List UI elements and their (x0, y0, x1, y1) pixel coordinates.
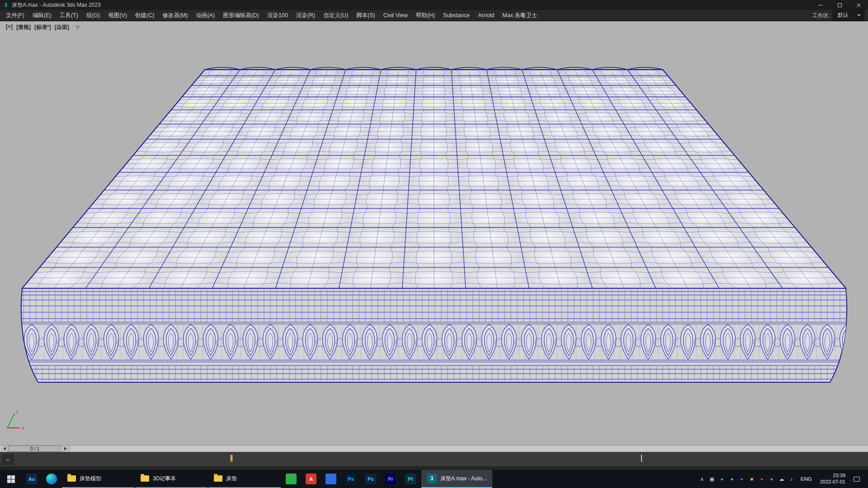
viewport-labels: [+] [透视] [标准*] [边面] (5, 23, 71, 31)
action-center-icon (854, 477, 860, 482)
taskbar-app-button[interactable]: Pr (381, 470, 401, 488)
viewport-label-row: [+] [透视] [标准*] [边面] ▽ (5, 23, 80, 31)
taskbar-app-icon: Pr (385, 474, 396, 484)
menu-item[interactable]: 动画(A) (192, 10, 219, 21)
menu-item[interactable]: 帮助(H) (412, 10, 439, 21)
tray-icon[interactable]: ● (767, 476, 777, 482)
edge-browser-icon (46, 474, 57, 484)
menu-item[interactable]: Civil View (379, 11, 412, 20)
folder-icon (67, 475, 76, 482)
viewport-filter-icon[interactable]: ▽ (76, 24, 80, 30)
minimize-button[interactable] (811, 0, 830, 10)
next-frame-icon (64, 447, 69, 450)
mini-curve-editor-button[interactable]: ≈ (2, 454, 14, 465)
tray-icon[interactable]: ● (737, 476, 747, 482)
previous-frame-icon (1, 447, 6, 450)
viewport-label[interactable]: [透视] (15, 23, 32, 31)
tray-icon[interactable]: ● (757, 476, 767, 482)
viewport-label[interactable]: [+] (5, 23, 14, 31)
world-axis-gizmo: xy (7, 408, 24, 431)
menu-item[interactable]: 组(G) (82, 10, 104, 21)
menu-item[interactable]: 图形编辑器(D) (219, 10, 263, 21)
tray-icon[interactable]: ● (717, 476, 727, 482)
folder-icon (141, 475, 149, 482)
menu-item[interactable]: Substance (439, 11, 474, 20)
tray-icon[interactable]: ■ (747, 476, 757, 482)
taskbar-app-button[interactable]: Pt (401, 470, 420, 488)
menu-bar: 文件(F) 编辑(E) 工具(T) 组(G) 视图(V) 创建(C) 修改器(M… (0, 10, 868, 21)
svg-text:y: y (16, 408, 18, 413)
viewport-label[interactable]: [标准*] (33, 23, 52, 31)
tray-icon[interactable]: ☁ (777, 476, 787, 482)
taskbar-folder-button[interactable]: 床垫 (208, 470, 281, 488)
menu-item[interactable]: Arnold (474, 11, 498, 20)
tray-icon[interactable]: ● (727, 476, 737, 482)
previous-frame-button[interactable] (0, 446, 8, 452)
perspective-viewport[interactable]: xy [+] [透视] [标准*] [边面] ▽ (0, 21, 868, 445)
action-center-button[interactable] (849, 477, 864, 482)
viewport-canvas[interactable]: xy (0, 21, 868, 445)
menu-item[interactable]: 渲染(R) (292, 10, 319, 21)
taskbar-folder-button[interactable]: 床垫模型 (62, 470, 134, 488)
maximize-button[interactable] (830, 0, 849, 10)
3dsmax-taskbar-icon: 3 (427, 474, 437, 483)
menu-item[interactable]: 创建(C) (131, 10, 158, 21)
mattress-wireframe-model[interactable] (18, 67, 861, 382)
menu-item[interactable]: 编辑(E) (28, 10, 56, 21)
windows-logo-icon (7, 475, 15, 483)
workspace-dropdown[interactable]: 默认 (833, 10, 864, 21)
active-3dsmax-task-button[interactable]: 3 床垫A.max - Auto... (421, 470, 492, 488)
track-bar[interactable]: ≈ (0, 452, 868, 466)
taskbar-app-icon (326, 474, 336, 484)
menu-item[interactable]: 脚本(S) (352, 10, 379, 21)
taskbar-app-icon: A (306, 474, 316, 484)
audition-taskbar-button[interactable]: Au (22, 470, 42, 488)
tray-icons: ∧ ▣ ● ● ● ■ ● ● ☁ ♪ (697, 476, 797, 482)
track-bar-slider[interactable] (230, 455, 233, 462)
taskbar-app-button[interactable]: Ps (361, 470, 381, 488)
language-indicator[interactable]: ENG (797, 476, 816, 482)
menu-item[interactable]: Max 杀毒卫士 (498, 10, 541, 21)
pinned-app-buttons: A Ps Ps Pr Pt (281, 470, 420, 488)
viewport-label[interactable]: [边面] (53, 23, 71, 31)
taskbar-app-button[interactable] (321, 470, 341, 488)
clock-time: 23:39 (820, 473, 845, 479)
next-frame-button[interactable] (61, 446, 70, 452)
system-tray: ∧ ▣ ● ● ● ■ ● ● ☁ ♪ ENG 23:39 2022-07 (697, 470, 868, 488)
menu-item[interactable]: 修改器(M) (158, 10, 192, 21)
folder-icon (214, 475, 222, 482)
start-button[interactable] (0, 470, 22, 488)
close-button[interactable] (849, 0, 868, 10)
menu-item[interactable]: 文件(F) (2, 10, 28, 21)
active-task-label: 床垫A.max - Auto... (440, 475, 487, 483)
time-slider-row: 0 / 1 (0, 445, 868, 452)
tray-icon[interactable]: ♪ (787, 476, 797, 482)
window-title: 床垫A.max - Autodesk 3ds Max 2023 (12, 1, 101, 9)
workspace-area: 工作区: 默认 (812, 10, 864, 21)
status-strip (0, 466, 868, 470)
menu-item[interactable]: 视图(V) (104, 10, 131, 21)
time-slider-track[interactable] (70, 446, 868, 452)
taskbar-clock[interactable]: 23:39 2022-07-01 (816, 473, 849, 485)
taskbar-app-button[interactable]: A (301, 470, 321, 488)
menu-item[interactable]: 工具(T) (56, 10, 82, 21)
tray-icon[interactable]: ∧ (697, 476, 707, 482)
title-bar: 3 床垫A.max - Autodesk 3ds Max 2023 (0, 0, 868, 10)
screen: { "window": { "title": "床垫A.max - Autode… (0, 0, 868, 488)
time-slider-handle[interactable]: 0 / 1 (8, 446, 61, 452)
folder-task-buttons: 床垫模型 3D记事本 床垫 (61, 470, 281, 488)
maximize-icon (838, 3, 842, 7)
taskbar-app-button[interactable] (281, 470, 301, 488)
menu-items: 文件(F) 编辑(E) 工具(T) 组(G) 视图(V) 创建(C) 修改器(M… (2, 10, 541, 21)
track-bar-end-tick (641, 455, 642, 462)
menu-item[interactable]: 渲染100 (263, 10, 292, 21)
taskbar-app-button[interactable]: Ps (341, 470, 361, 488)
3dsmax-logo-icon: 3 (3, 2, 9, 8)
tray-icon[interactable]: ▣ (707, 476, 717, 482)
svg-text:x: x (22, 426, 24, 431)
taskbar-folder-button[interactable]: 3D记事本 (135, 470, 208, 488)
folder-label: 床垫 (226, 475, 237, 483)
taskbar-app-icon: Pt (405, 474, 416, 484)
menu-item[interactable]: 自定义(U) (319, 10, 352, 21)
edge-taskbar-button[interactable] (42, 470, 61, 488)
